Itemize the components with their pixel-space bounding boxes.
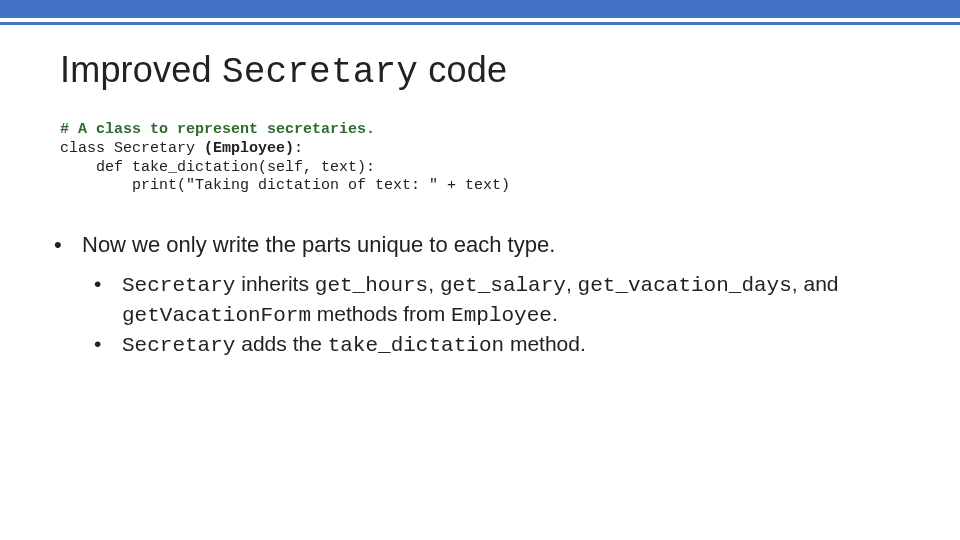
b2-code-2: get_hours (315, 274, 428, 297)
b2-t1: inherits (235, 272, 314, 295)
b2-t6: . (552, 302, 558, 325)
b3-code-1: Secretary (122, 334, 235, 357)
b2-code-3: get_salary (440, 274, 566, 297)
b2-t4: , and (792, 272, 839, 295)
bullet-2: •Secretary inherits get_hours, get_salar… (108, 270, 900, 331)
b2-code-6: Employee (451, 304, 552, 327)
b3-t1: adds the (235, 332, 327, 355)
code-line-4: print("Taking dictation of text: " + tex… (60, 177, 510, 194)
top-band (0, 0, 960, 22)
code-line-2b: (Employee) (204, 140, 294, 157)
b2-code-1: Secretary (122, 274, 235, 297)
bullet-1: •Now we only write the parts unique to e… (68, 230, 900, 260)
code-comment: # A class to represent secretaries. (60, 121, 375, 138)
slide: Improved Secretary code # A class to rep… (0, 0, 960, 540)
title-text-1: Improved (60, 49, 222, 90)
code-line-3: def take_dictation(self, text): (60, 159, 375, 176)
title-code: Secretary (222, 52, 418, 93)
code-line-2c: : (294, 140, 303, 157)
code-line-2a: class Secretary (60, 140, 204, 157)
bullet-1-text: Now we only write the parts unique to ea… (82, 232, 555, 257)
bullet-list: •Now we only write the parts unique to e… (60, 230, 900, 361)
b2-t3: , (566, 272, 578, 295)
b2-t2: , (428, 272, 440, 295)
b2-t5: methods from (311, 302, 451, 325)
b2-code-5: getVacationForm (122, 304, 311, 327)
b3-code-2: take_dictation (328, 334, 504, 357)
bullet-3: •Secretary adds the take_dictation metho… (108, 330, 900, 360)
b3-t2: method. (504, 332, 586, 355)
title-text-2: code (428, 49, 507, 90)
slide-content: Improved Secretary code # A class to rep… (0, 49, 960, 361)
slide-title: Improved Secretary code (60, 49, 900, 93)
b2-code-4: get_vacation_days (578, 274, 792, 297)
code-block: # A class to represent secretaries. clas… (60, 121, 900, 196)
